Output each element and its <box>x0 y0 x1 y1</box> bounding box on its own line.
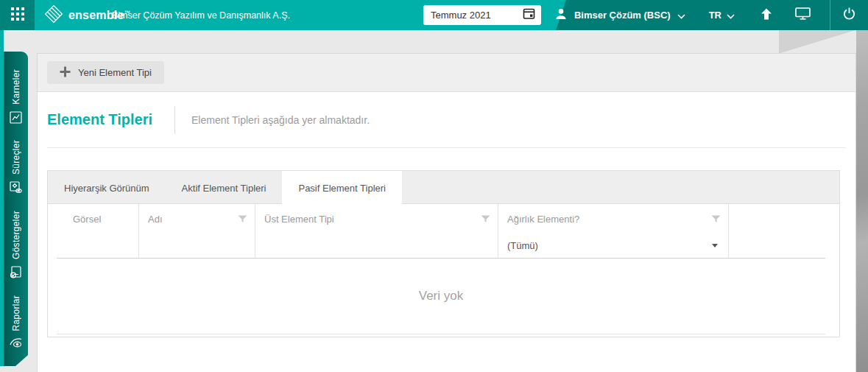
table-filter-row: (Tümü) <box>57 234 825 259</box>
monitor-icon <box>795 7 811 23</box>
sidebar-item-karneler[interactable]: Karneler <box>10 69 22 127</box>
upload-arrow-icon <box>760 7 773 24</box>
tabs-container: Hiyerarşik Görünüm Aktif Element Tipleri… <box>47 170 840 337</box>
tab-strip: Hiyerarşik Görünüm Aktif Element Tipleri… <box>48 171 839 204</box>
apps-grid-icon <box>11 7 24 24</box>
sidebar-item-surecler[interactable]: Süreçler <box>10 140 22 197</box>
tab-hiyerarsik-gorunum[interactable]: Hiyerarşik Görünüm <box>48 171 166 205</box>
indicators-icon <box>10 266 22 281</box>
tab-aktif-element-tipleri[interactable]: Aktif Element Tipleri <box>166 171 283 205</box>
sidebar-item-label: Raporlar <box>11 295 21 331</box>
sidebar-item-gostergeler[interactable]: Göstergeler <box>10 211 22 281</box>
filter-funnel-icon[interactable] <box>711 215 721 223</box>
filter-funnel-icon[interactable] <box>238 215 247 223</box>
tab-pasif-element-tipleri[interactable]: Pasif Element Tipleri <box>282 171 402 205</box>
new-element-type-button[interactable]: Yeni Element Tipi <box>47 61 164 84</box>
column-header-ust-element-tipi[interactable]: Üst Element Tipi <box>255 204 498 234</box>
plus-icon <box>60 66 71 80</box>
table-empty-state: Veri yok <box>57 259 825 334</box>
chevron-down-icon <box>727 9 735 22</box>
column-header-actions <box>729 204 825 234</box>
sidebar-accent-strip <box>0 30 4 366</box>
scorecards-icon <box>10 111 22 127</box>
background-polygon-strip <box>856 30 868 372</box>
period-date-value: Temmuz 2021 <box>431 10 523 21</box>
new-element-type-label: Yeni Element Tipi <box>78 67 152 78</box>
apps-grid-button[interactable] <box>0 0 35 30</box>
display-mode-button[interactable] <box>795 7 811 23</box>
company-name: Bimser Çözüm Yazılım ve Danışmanlık A.Ş. <box>112 0 290 30</box>
toolbar: Yeni Element Tipi <box>38 54 855 92</box>
column-header-gorsel[interactable]: Görsel <box>57 204 139 234</box>
user-menu-button[interactable]: Bimser Çözüm (BSC) <box>554 7 685 24</box>
sidebar-item-raporlar[interactable]: Raporlar <box>10 295 23 351</box>
calendar-icon <box>523 7 535 23</box>
page-title: Element Tipleri <box>47 111 152 128</box>
user-icon <box>554 7 568 24</box>
language-selector[interactable]: TR <box>709 9 735 22</box>
main-panel: Yeni Element Tipi Element Tipleri Elemen… <box>37 53 856 372</box>
language-label: TR <box>709 10 721 21</box>
element-types-table: Görsel Adı Üst Element Tipi <box>57 204 825 334</box>
sidebar-item-label: Göstergeler <box>11 211 21 259</box>
ensemble-logo-icon <box>44 4 63 27</box>
reports-icon <box>10 337 23 351</box>
sidebar-item-label: Karneler <box>11 69 21 105</box>
topbar-divider <box>830 0 830 30</box>
filter-select-value: (Tümü) <box>507 240 538 251</box>
chevron-down-icon <box>677 9 685 22</box>
heading-divider <box>174 106 175 134</box>
upload-button[interactable] <box>760 7 773 24</box>
column-header-agirlik-elementi[interactable]: Ağırlık Elementi? <box>498 204 729 234</box>
logout-button[interactable] <box>842 7 856 24</box>
period-date-picker[interactable]: Temmuz 2021 <box>423 5 541 25</box>
background-facet <box>779 30 856 54</box>
filter-cell-gorsel <box>57 234 139 258</box>
processes-icon <box>10 181 22 197</box>
filter-input-ust-element-tipi[interactable] <box>255 234 498 258</box>
filter-funnel-icon[interactable] <box>481 215 490 223</box>
filter-cell-actions <box>729 234 825 258</box>
filter-input-adi[interactable] <box>139 234 255 258</box>
filter-select-agirlik-elementi[interactable]: (Tümü) <box>498 234 729 258</box>
topbar: ensemble™ Bimser Çözüm Yazılım ve Danışm… <box>0 0 868 30</box>
empty-state-text: Veri yok <box>419 289 463 303</box>
sidebar-item-label: Süreçler <box>11 140 21 175</box>
tab-content: Görsel Adı Üst Element Tipi <box>48 204 839 337</box>
column-header-adi[interactable]: Adı <box>139 204 255 234</box>
sidebar: Karneler Süreçler Göstergeler <box>4 52 28 366</box>
user-label: Bimser Çözüm (BSC) <box>574 10 671 21</box>
topbar-right-cluster: Bimser Çözüm (BSC) TR <box>554 0 868 30</box>
power-icon <box>842 7 856 24</box>
page-heading: Element Tipleri Element Tipleri aşağıda … <box>47 92 846 148</box>
caret-down-icon <box>712 244 718 248</box>
table-header-row: Görsel Adı Üst Element Tipi <box>57 204 825 234</box>
page-subtitle: Element Tipleri aşağıda yer almaktadır. <box>191 114 370 126</box>
